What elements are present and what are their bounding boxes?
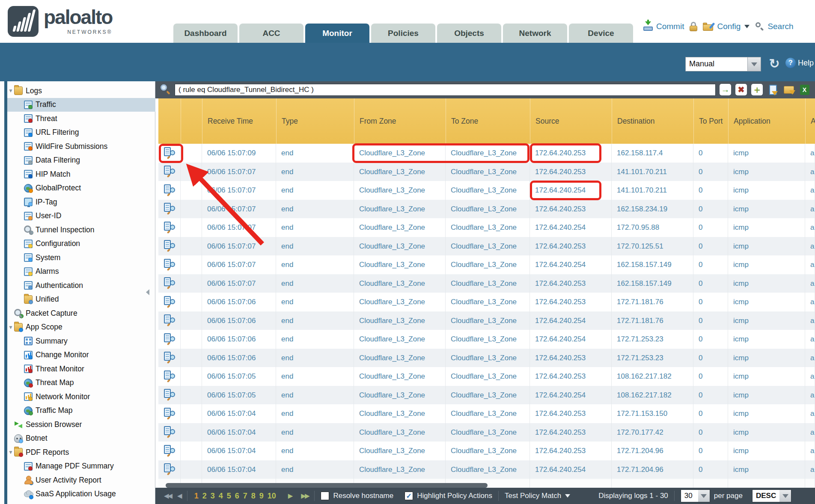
cell-from-zone[interactable]: Cloudflare_L3_Zone: [354, 423, 446, 442]
cell-to-zone[interactable]: Cloudflare_L3_Zone: [446, 218, 530, 237]
cell-action[interactable]: a: [805, 144, 815, 163]
cell-receive-time[interactable]: 06/06 15:07:06: [202, 293, 276, 311]
cell-destination[interactable]: 172.71.181.76: [612, 293, 693, 311]
tab-policies[interactable]: Policies: [371, 24, 435, 43]
log-detail-magnifier-icon[interactable]: [164, 240, 175, 252]
cell-to-zone[interactable]: Cloudflare_L3_Zone: [446, 386, 530, 405]
cell-destination[interactable]: 172.70.125.51: [612, 237, 693, 256]
page-number-1[interactable]: 1: [194, 492, 199, 501]
cell-to-port[interactable]: 0: [693, 460, 728, 479]
cell-to-zone[interactable]: Cloudflare_L3_Zone: [446, 330, 530, 349]
commit-button[interactable]: Commit: [643, 21, 684, 32]
column-header-from-zone[interactable]: From Zone: [354, 98, 446, 144]
sidebar-item-summary[interactable]: Summary: [7, 334, 155, 348]
cell-receive-time[interactable]: 06/06 15:07:07: [202, 237, 276, 256]
sidebar-item-url-filtering[interactable]: URL Filtering: [7, 126, 155, 140]
cell-from-zone[interactable]: Cloudflare_L3_Zone: [354, 255, 446, 274]
cell-application[interactable]: icmp: [728, 218, 805, 237]
cell-receive-time[interactable]: 06/06 15:07:06: [202, 349, 276, 368]
export-logs-button[interactable]: X: [799, 84, 810, 95]
prev-page-button[interactable]: ◀: [177, 492, 181, 500]
cell-source[interactable]: 172.64.240.253: [530, 349, 612, 368]
apply-filter-button[interactable]: →: [720, 84, 731, 95]
log-detail-magnifier-icon[interactable]: [164, 277, 175, 289]
column-header-source[interactable]: Source: [530, 98, 612, 144]
cell-to-zone[interactable]: Cloudflare_L3_Zone: [446, 311, 530, 330]
next-page-button[interactable]: ▶: [288, 492, 292, 500]
cell-to-zone[interactable]: Cloudflare_L3_Zone: [446, 293, 530, 311]
cell-source[interactable]: 172.64.240.254: [530, 460, 612, 479]
sidebar-item-configuration[interactable]: Configuration: [7, 237, 155, 251]
cell-application[interactable]: icmp: [728, 404, 805, 423]
log-detail-magnifier-icon[interactable]: [164, 222, 175, 234]
cell-to-port[interactable]: 0: [693, 274, 728, 293]
cell-to-zone[interactable]: Cloudflare_L3_Zone: [446, 144, 530, 163]
refresh-mode-select[interactable]: Manual: [685, 57, 761, 71]
sidebar-item-globalprotect[interactable]: GlobalProtect: [7, 181, 155, 196]
cell-application[interactable]: icmp: [728, 330, 805, 349]
sidebar-collapse-handle[interactable]: [146, 289, 149, 295]
sidebar-item-data-filtering[interactable]: Data Filtering: [7, 154, 155, 168]
cell-application[interactable]: icmp: [728, 255, 805, 274]
tab-acc[interactable]: ACC: [239, 24, 303, 43]
column-header-a[interactable]: A: [805, 98, 815, 144]
cell-receive-time[interactable]: 06/06 15:07:04: [202, 460, 276, 479]
sort-order-dropdown-button[interactable]: [779, 490, 791, 502]
global-search-button[interactable]: Search: [755, 22, 793, 31]
log-filter-input[interactable]: [175, 84, 716, 96]
cell-source[interactable]: 172.64.240.253: [530, 163, 612, 181]
cell-action[interactable]: a: [805, 274, 815, 293]
cell-destination[interactable]: 162.158.234.19: [612, 200, 693, 219]
cell-from-zone[interactable]: Cloudflare_L3_Zone: [354, 367, 446, 386]
sidebar-item-logs[interactable]: ▼Logs: [7, 84, 155, 98]
cell-destination[interactable]: 141.101.70.211: [612, 163, 693, 181]
column-header-type[interactable]: Type: [276, 98, 354, 144]
cell-destination[interactable]: 172.70.177.42: [612, 423, 693, 442]
cell-type[interactable]: end: [276, 367, 354, 386]
cell-receive-time[interactable]: 06/06 15:07:07: [202, 255, 276, 274]
cell-source[interactable]: 172.64.240.253: [530, 274, 612, 293]
sidebar-item-wildfire-submissions[interactable]: WildFire Submissions: [7, 139, 155, 154]
cell-receive-time[interactable]: 06/06 15:07:04: [202, 442, 276, 460]
cell-type[interactable]: end: [276, 330, 354, 349]
clear-filter-button[interactable]: ✖: [735, 84, 747, 95]
highlight-policy-actions-checkbox[interactable]: ✓: [405, 492, 413, 500]
test-policy-match-button[interactable]: Test Policy Match: [505, 492, 570, 500]
cell-application[interactable]: icmp: [728, 237, 805, 256]
cell-application[interactable]: icmp: [728, 181, 805, 200]
cell-action[interactable]: a: [805, 349, 815, 368]
refresh-icon[interactable]: ↻: [767, 57, 782, 71]
cell-to-zone[interactable]: Cloudflare_L3_Zone: [446, 442, 530, 460]
cell-destination[interactable]: 162.158.157.149: [612, 255, 693, 274]
cell-type[interactable]: end: [276, 311, 354, 330]
cell-action[interactable]: a: [805, 386, 815, 405]
column-header-to-zone[interactable]: To Zone: [446, 98, 530, 144]
page-number-6[interactable]: 6: [235, 492, 239, 501]
cell-to-port[interactable]: 0: [693, 311, 728, 330]
cell-action[interactable]: a: [805, 163, 815, 181]
cell-application[interactable]: icmp: [728, 311, 805, 330]
cell-receive-time[interactable]: 06/06 15:07:06: [202, 330, 276, 349]
sidebar-item-ip-tag[interactable]: IP-Tag: [7, 195, 155, 209]
cell-to-port[interactable]: 0: [693, 404, 728, 423]
cell-to-zone[interactable]: Cloudflare_L3_Zone: [446, 237, 530, 256]
cell-receive-time[interactable]: 06/06 15:07:07: [202, 274, 276, 293]
cell-receive-time[interactable]: 06/06 15:07:07: [202, 200, 276, 219]
cell-to-zone[interactable]: Cloudflare_L3_Zone: [446, 274, 530, 293]
column-header-receive-time[interactable]: Receive Time: [202, 98, 276, 144]
cell-application[interactable]: icmp: [728, 442, 805, 460]
page-number-8[interactable]: 8: [251, 492, 256, 501]
cell-from-zone[interactable]: Cloudflare_L3_Zone: [354, 163, 446, 181]
tab-objects[interactable]: Objects: [437, 24, 501, 43]
cell-source[interactable]: 172.64.240.253: [530, 144, 612, 163]
cell-to-port[interactable]: 0: [693, 330, 728, 349]
cell-type[interactable]: end: [276, 293, 354, 311]
cell-application[interactable]: icmp: [728, 274, 805, 293]
sidebar-item-botnet[interactable]: Botnet: [7, 432, 155, 446]
cell-to-zone[interactable]: Cloudflare_L3_Zone: [446, 367, 530, 386]
filter-builder-button[interactable]: [767, 84, 779, 95]
per-page-dropdown-button[interactable]: [698, 490, 710, 502]
first-page-button[interactable]: ◀◀: [164, 492, 171, 500]
cell-action[interactable]: a: [805, 181, 815, 200]
column-header-application[interactable]: Application: [728, 98, 805, 144]
